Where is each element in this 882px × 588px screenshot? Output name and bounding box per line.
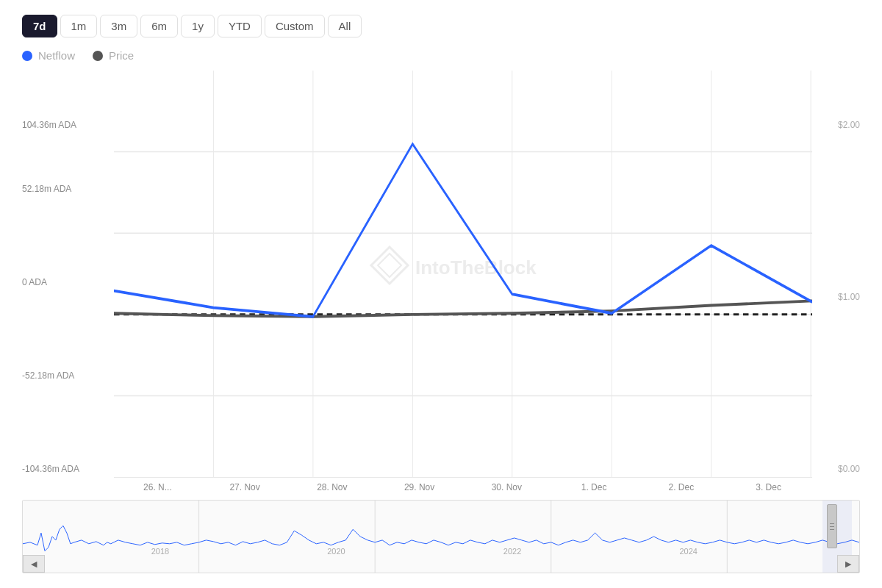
y-label-right-top: $2.00 <box>816 71 860 129</box>
x-label-4: 30. Nov <box>463 482 551 492</box>
price-label: Price <box>109 49 134 62</box>
netflow-dot <box>22 51 32 61</box>
x-label-1: 27. Nov <box>201 482 289 492</box>
btn-3m[interactable]: 3m <box>100 15 137 37</box>
time-range-bar: 7d 1m 3m 6m 1y YTD Custom All <box>22 15 860 37</box>
y-label-neg1: -52.18m ADA <box>22 371 110 380</box>
x-label-6: 2. Dec <box>638 482 725 492</box>
btn-all[interactable]: All <box>328 15 362 37</box>
chart-wrapper: IntoTheBlock <box>22 71 860 573</box>
y-label-right-bot: $0.00 <box>816 465 860 477</box>
main-container: 7d 1m 3m 6m 1y YTD Custom All Netflow Pr… <box>0 0 882 588</box>
price-dot <box>93 51 103 61</box>
y-label-right-mid: $1.00 <box>816 293 860 301</box>
x-label-3: 29. Nov <box>376 482 463 492</box>
x-label-2: 28. Nov <box>289 482 376 492</box>
y-label-neg2: -104.36m ADA <box>22 465 110 477</box>
svg-text:2024: 2024 <box>679 548 697 556</box>
btn-custom[interactable]: Custom <box>265 15 325 37</box>
drag-line-2 <box>830 526 834 527</box>
x-axis: 26. N... 27. Nov 28. Nov 29. Nov 30. Nov… <box>114 478 812 497</box>
nav-arrow-right[interactable]: ▶ <box>837 555 859 573</box>
main-chart: IntoTheBlock <box>114 71 812 478</box>
drag-line-1 <box>830 523 834 524</box>
chart-legend: Netflow Price <box>22 49 860 62</box>
drag-handle[interactable] <box>827 504 837 548</box>
legend-price: Price <box>93 49 134 62</box>
netflow-label: Netflow <box>38 49 75 62</box>
svg-rect-15 <box>23 501 859 573</box>
btn-1m[interactable]: 1m <box>60 15 98 37</box>
x-label-7: 3. Dec <box>725 482 812 492</box>
nav-arrow-left[interactable]: ◀ <box>23 555 45 573</box>
svg-text:2022: 2022 <box>503 548 521 556</box>
y-label-zero: 0 ADA <box>22 278 110 287</box>
x-label-5: 1. Dec <box>551 482 638 492</box>
svg-text:2020: 2020 <box>327 548 345 556</box>
legend-netflow: Netflow <box>22 49 75 62</box>
btn-7d[interactable]: 7d <box>22 15 57 37</box>
x-label-0: 26. N... <box>114 482 201 492</box>
y-label-2: 52.18m ADA <box>22 184 110 193</box>
btn-ytd[interactable]: YTD <box>218 15 262 37</box>
drag-line-3 <box>830 529 834 530</box>
btn-1y[interactable]: 1y <box>181 15 215 37</box>
mini-chart[interactable]: 2018 2020 2022 2024 ◀ ▶ <box>22 500 860 573</box>
mini-chart-svg: 2018 2020 2022 2024 <box>23 501 859 573</box>
chart-svg <box>114 71 812 477</box>
svg-text:2018: 2018 <box>151 548 169 556</box>
y-label-top: 104.36m ADA <box>22 71 110 129</box>
btn-6m[interactable]: 6m <box>140 15 178 37</box>
